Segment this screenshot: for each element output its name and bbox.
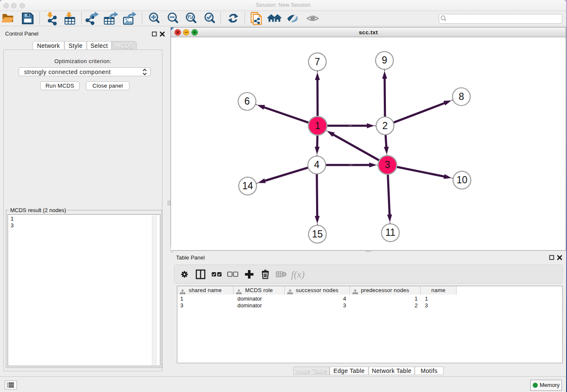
svg-text:2: 2 <box>383 120 388 131</box>
svg-text:15: 15 <box>312 229 323 240</box>
svg-text:6: 6 <box>244 96 250 107</box>
svg-text:10: 10 <box>457 174 468 185</box>
svg-text:8: 8 <box>459 91 464 102</box>
svg-text:9: 9 <box>382 55 387 66</box>
svg-text:3: 3 <box>385 159 390 170</box>
svg-text:4: 4 <box>314 159 319 170</box>
svg-text:14: 14 <box>242 180 253 191</box>
svg-text:f(x): f(x) <box>291 269 305 280</box>
svg-text:1: 1 <box>315 120 320 131</box>
svg-text:11: 11 <box>385 227 396 238</box>
svg-text:7: 7 <box>315 56 320 67</box>
